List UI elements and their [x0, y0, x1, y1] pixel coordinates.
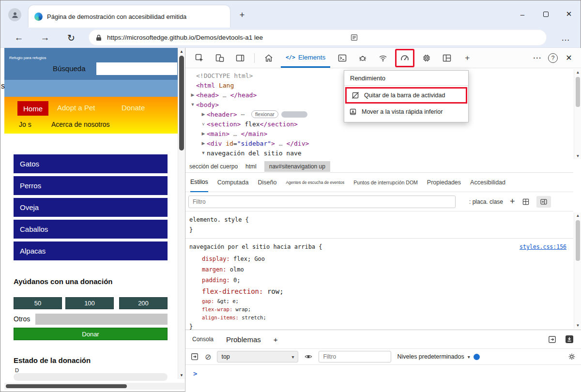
nav-home-link[interactable]: Home — [17, 101, 48, 116]
debugger-icon[interactable] — [354, 50, 371, 66]
menu-item-remove-from-activity-bar[interactable]: Quitar de la barra de actividad — [345, 87, 467, 104]
scroll-down-icon[interactable]: ▼ — [178, 373, 185, 377]
page-horizontal-scroll-thumb[interactable] — [6, 384, 127, 388]
device-emulation-icon[interactable] — [212, 50, 228, 66]
maximize-button[interactable] — [534, 3, 557, 25]
add-drawer-tab-icon[interactable]: + — [274, 335, 278, 344]
expand-arrow[interactable]: ▶ — [200, 112, 207, 117]
collapse-arrow[interactable]: ▼ — [200, 151, 207, 155]
toggle-sidebar-icon[interactable] — [536, 196, 551, 208]
reload-button[interactable]: ↻ — [61, 30, 81, 46]
back-button[interactable]: ← — [9, 30, 29, 46]
nav-secondary-link[interactable]: Jo s — [19, 121, 31, 128]
amount-100-button[interactable]: 100 — [65, 297, 114, 309]
help-icon[interactable]: ? — [548, 53, 558, 63]
tab-consola[interactable]: Consola — [192, 336, 214, 343]
address-bar[interactable]: https://microsoftedge.github.io/Demos/de… — [89, 30, 547, 45]
category-button-alpacas[interactable]: Alpacas — [14, 241, 168, 260]
amount-200-button[interactable]: 200 — [119, 297, 168, 309]
home-icon[interactable] — [260, 50, 277, 66]
console-tool-icon[interactable] — [334, 50, 351, 66]
styles-filter-input[interactable] — [188, 196, 456, 208]
minimize-button[interactable]: – — [511, 3, 534, 25]
category-button-gatos[interactable]: Gatos — [14, 154, 168, 173]
css-property[interactable]: gap: &gt; e; — [202, 297, 569, 305]
dom-tree-line[interactable]: ▼ navegación del sitio nave — [189, 148, 573, 158]
css-property[interactable]: flex-wrap: wrap; — [202, 305, 569, 314]
new-style-rule-icon[interactable]: + — [510, 196, 515, 207]
new-tab-button[interactable]: + — [236, 9, 248, 21]
css-property[interactable]: display: flex; Goo — [202, 254, 569, 264]
collapse-arrow[interactable]: ▼ — [189, 102, 196, 107]
scroll-down-icon[interactable]: ▼ — [574, 154, 581, 158]
amount-50-button[interactable]: 50 — [14, 297, 62, 309]
inline-style-rule[interactable]: elemento. style { } — [185, 211, 573, 239]
category-button-perros[interactable]: Perros — [14, 176, 168, 195]
tab-estilos[interactable]: Estilos — [190, 173, 208, 192]
expand-arrow[interactable]: ▶ — [189, 92, 196, 97]
live-expression-eye-icon[interactable] — [304, 352, 313, 361]
scroll-thumb[interactable] — [576, 77, 580, 107]
scroll-thumb[interactable] — [576, 220, 580, 261]
close-devtools-icon[interactable]: ✕ — [563, 53, 575, 62]
category-button-oveja[interactable]: Oveja — [14, 198, 168, 217]
tab-elements[interactable]: </> Elements — [281, 48, 330, 68]
donate-button[interactable]: Donar — [14, 328, 168, 340]
search-input[interactable] — [96, 62, 177, 75]
memory-cpu-icon[interactable] — [418, 50, 435, 66]
dock-drawer-icon[interactable] — [548, 335, 557, 344]
javascript-context-select[interactable]: top ▾ — [217, 351, 298, 362]
css-property[interactable]: flex-direction: row; — [202, 286, 569, 297]
menu-item-move-to-quick-view[interactable]: Mover a la vista rápida inferior — [344, 105, 468, 119]
reading-mode-icon[interactable] — [350, 33, 358, 42]
expand-quick-view-icon[interactable] — [565, 334, 574, 344]
browser-tab[interactable]: Página de demostración con accesibilidad… — [29, 5, 230, 28]
hov-cls-toggle[interactable]: : placa. clase — [469, 198, 503, 205]
dom-tree-line[interactable]: ▶ <main> … </main> — [189, 129, 573, 138]
css-property[interactable]: margen: olmo — [202, 264, 569, 275]
css-property[interactable]: align-items: stretch; — [202, 314, 569, 322]
tab-dom-breakpoints[interactable]: Puntos de interrupción DOM — [353, 173, 417, 192]
tab-event-listeners[interactable]: Agentes de escucha de eventos — [286, 173, 344, 192]
console-filter-input[interactable] — [319, 351, 391, 362]
console-prompt-chevron[interactable]: > — [185, 365, 581, 377]
scroll-up-icon[interactable]: ▲ — [178, 49, 185, 54]
layout-icon[interactable] — [439, 50, 455, 66]
log-levels-dropdown[interactable]: Niveles predeterminados ▾ — [397, 353, 479, 360]
css-rule[interactable]: navegación por el sitio hacia arriba { s… — [185, 239, 573, 330]
other-amount-input[interactable] — [35, 314, 168, 325]
inspect-icon[interactable] — [191, 50, 208, 66]
browser-menu-button[interactable]: … — [557, 30, 574, 45]
console-body[interactable]: > — [185, 365, 581, 392]
console-sidebar-icon[interactable] — [190, 352, 199, 361]
scroll-up-icon[interactable]: ▲ — [574, 70, 581, 75]
category-button-caballos[interactable]: Caballos — [14, 220, 168, 239]
tab-problemas[interactable]: Problemas — [226, 335, 261, 344]
clear-console-icon[interactable]: ⊘ — [205, 352, 211, 362]
breadcrumb-item[interactable]: sección del cuerpo — [189, 163, 238, 170]
tab-accesibilidad[interactable]: Accesibilidad — [470, 173, 505, 192]
grid-overlay-icon[interactable] — [522, 198, 530, 206]
expand-arrow[interactable]: ▶ — [200, 141, 207, 146]
forward-button[interactable]: → — [35, 30, 55, 46]
styles-scrollbar[interactable]: ▲ ▼ — [574, 212, 581, 329]
expand-arrow[interactable]: ▶ — [200, 131, 207, 136]
flex-badge[interactable]: flexionar — [251, 110, 278, 118]
tab-diseno[interactable]: Diseño — [258, 173, 276, 192]
dom-tree-line[interactable]: ▶ <div id = "sidebar" > … </div> — [189, 138, 573, 148]
network-icon[interactable] — [375, 50, 391, 66]
devtools-menu-icon[interactable]: ⋯ — [531, 53, 543, 63]
nav-adopt-link[interactable]: Adopt a Pet — [57, 104, 95, 112]
breadcrumb-item-selected[interactable]: nav#sitenavigation up — [264, 161, 330, 172]
dom-tree-scrollbar[interactable]: ▲ ▼ — [574, 69, 581, 159]
page-vertical-scrollbar[interactable]: ▲ ▼ — [178, 48, 184, 379]
scroll-up-icon[interactable]: ▲ — [574, 213, 581, 218]
tab-computada[interactable]: Computada — [217, 173, 249, 192]
dock-side-icon[interactable] — [232, 50, 248, 66]
page-horizontal-scrollbar[interactable] — [4, 383, 184, 390]
page-vertical-scroll-thumb[interactable] — [179, 56, 184, 151]
breadcrumb-item[interactable]: html — [245, 163, 257, 170]
nav-about-link[interactable]: Acerca de nosotros — [51, 121, 110, 128]
stylesheet-source-link[interactable]: styles.css:156 — [520, 242, 566, 252]
tab-propiedades[interactable]: Propiedades — [427, 173, 461, 192]
